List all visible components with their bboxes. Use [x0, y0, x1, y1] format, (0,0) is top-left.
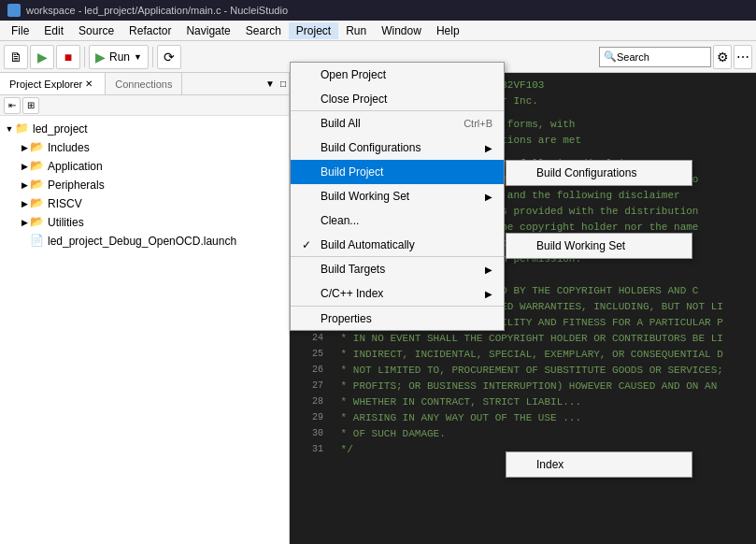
- search-input[interactable]: [617, 51, 701, 63]
- riscv-folder-icon: 📂: [30, 196, 45, 211]
- toolbar-extra1[interactable]: ⚙: [713, 45, 732, 69]
- tree-label-utilities: Utilities: [48, 216, 84, 229]
- menu-build-working-set[interactable]: Build Working Set ▶ Build Working Set: [291, 184, 504, 208]
- menu-file[interactable]: File: [4, 22, 36, 39]
- line-num-29: 29: [297, 412, 323, 422]
- tree-arrow-includes: ▶: [19, 142, 30, 153]
- tree-item-application[interactable]: ▶ 📂 Application: [0, 157, 289, 176]
- debug-button[interactable]: ▶: [30, 45, 54, 69]
- search-icon: 🔍: [604, 50, 617, 63]
- menu-build-configs[interactable]: Build Configurations ▶ Build Configurati…: [291, 136, 504, 160]
- menu-navigate[interactable]: Navigate: [178, 22, 237, 39]
- build-auto-label: Build Automatically: [321, 238, 415, 251]
- line-num-31: 31: [297, 444, 323, 454]
- code-text-25: * INDIRECT, INCIDENTAL, SPECIAL, EXEMPLA…: [335, 349, 723, 360]
- tree-item-includes[interactable]: ▶ 📂 Includes: [0, 138, 289, 157]
- tree-item-launch-file[interactable]: ▶ 📄 led_project_Debug_OpenOCD.launch: [0, 232, 289, 251]
- menu-build-targets[interactable]: Build Targets ▶: [291, 257, 504, 281]
- menu-open-project[interactable]: Open Project: [291, 63, 504, 87]
- includes-folder-icon: 📂: [30, 140, 45, 155]
- menu-search[interactable]: Search: [238, 22, 289, 39]
- menu-edit[interactable]: Edit: [36, 22, 71, 39]
- collapse-all-button[interactable]: ⇤: [4, 97, 21, 114]
- menu-project[interactable]: Project: [289, 22, 338, 39]
- submenu-build-configs[interactable]: Build Configurations: [506, 160, 692, 186]
- bws-label: Build Working Set: [536, 239, 625, 252]
- open-project-label: Open Project: [321, 68, 386, 81]
- connections-tab[interactable]: Connections: [106, 73, 182, 94]
- sep1: [84, 47, 85, 67]
- title-bar: workspace - led_project/Application/main…: [0, 0, 756, 21]
- menu-source[interactable]: Source: [71, 22, 121, 39]
- project-explorer-label: Project Explorer: [9, 79, 82, 90]
- build-project-label: Build Project: [321, 165, 383, 179]
- tree-label-application: Application: [48, 160, 103, 173]
- line-num-24: 24: [297, 333, 323, 343]
- code-text-29: * ARISING IN ANY WAY OUT OF THE USE ...: [335, 412, 581, 423]
- tree-item-peripherals[interactable]: ▶ 📂 Peripherals: [0, 176, 289, 194]
- link-editor-button[interactable]: ⊞: [22, 97, 39, 114]
- menu-run[interactable]: Run: [338, 22, 374, 39]
- tree-item-utilities[interactable]: ▶ 📂 Utilities: [0, 213, 289, 232]
- code-line-29: 29 * ARISING IN ANY WAY OUT OF THE USE .…: [290, 409, 756, 425]
- tree-item-riscv[interactable]: ▶ 📂 RISCV: [0, 194, 289, 213]
- build-targets-arrow: ▶: [485, 265, 492, 275]
- application-folder-icon: 📂: [30, 159, 45, 174]
- submenu-bws-item[interactable]: Build Working Set: [506, 234, 692, 258]
- tree-item-led-project[interactable]: ▼ 📁 led_project: [0, 120, 289, 138]
- line-num-30: 30: [297, 428, 323, 438]
- code-text-26: * NOT LIMITED TO, PROCUREMENT OF SUBSTIT…: [335, 365, 723, 376]
- menu-help[interactable]: Help: [429, 22, 467, 39]
- menu-bar: File Edit Source Refactor Navigate Searc…: [0, 21, 756, 41]
- project-explorer-tab[interactable]: Project Explorer ✕: [0, 73, 106, 94]
- run-dropdown-icon[interactable]: ▼: [134, 52, 142, 62]
- refresh-button[interactable]: ⟳: [157, 45, 181, 69]
- panel-toolbar: ⇤ ⊞: [0, 95, 289, 116]
- menu-build-all[interactable]: Build All Ctrl+B: [291, 111, 504, 136]
- search-box: 🔍: [599, 47, 711, 67]
- code-text-24: * IN NO EVENT SHALL THE COPYRIGHT HOLDER…: [335, 333, 723, 344]
- panel-maximize[interactable]: □: [278, 79, 289, 89]
- project-menu[interactable]: Open Project Close Project Build All Ctr…: [290, 62, 505, 331]
- menu-clean[interactable]: Clean...: [291, 208, 504, 233]
- line-num-25: 25: [297, 349, 323, 359]
- menu-close-project[interactable]: Close Project: [291, 87, 504, 111]
- submenu-cpp-index[interactable]: Index: [506, 451, 692, 478]
- line-num-27: 27: [297, 380, 323, 391]
- submenu-bc-item[interactable]: Build Configurations: [506, 161, 692, 185]
- tree-label-riscv: RISCV: [48, 197, 82, 210]
- tree-arrow-riscv: ▶: [19, 198, 30, 209]
- toolbar-extra2[interactable]: ⋯: [734, 45, 752, 69]
- build-configs-arrow: ▶: [485, 143, 492, 153]
- new-button[interactable]: 🗎: [4, 45, 28, 69]
- cpp-index-label: C/C++ Index: [321, 287, 383, 300]
- build-working-set-arrow: ▶: [485, 192, 492, 202]
- menu-window[interactable]: Window: [374, 22, 429, 39]
- tree-label-led-project: led_project: [33, 122, 88, 136]
- build-all-label: Build All: [321, 117, 361, 130]
- stop-button[interactable]: ■: [56, 45, 80, 69]
- code-text-28: * WHETHER IN CONTRACT, STRICT LIABIL...: [335, 396, 581, 408]
- menu-properties[interactable]: Properties: [291, 306, 504, 330]
- menu-cpp-index[interactable]: C/C++ Index ▶ Index: [291, 281, 504, 306]
- menu-build-auto[interactable]: ✓ Build Automatically: [291, 233, 504, 257]
- panel-minimize[interactable]: ▼: [263, 79, 278, 89]
- project-explorer-close[interactable]: ✕: [82, 79, 95, 89]
- code-line-28: 28 * WHETHER IN CONTRACT, STRICT LIABIL.…: [290, 394, 756, 409]
- code-text-30: * OF SUCH DAMAGE.: [335, 428, 446, 439]
- menu-refactor[interactable]: Refactor: [121, 22, 178, 39]
- submenu-build-working[interactable]: Build Working Set: [506, 233, 692, 259]
- app-icon: [7, 4, 21, 17]
- run-button[interactable]: ▶ Run ▼: [89, 45, 149, 69]
- build-all-shortcut: Ctrl+B: [464, 118, 492, 129]
- build-working-set-label: Build Working Set: [321, 190, 409, 203]
- cpp-index-arrow: ▶: [485, 289, 492, 299]
- tree-arrow-utilities: ▶: [19, 217, 30, 228]
- tree-arrow-application: ▶: [19, 161, 30, 172]
- menu-build-project[interactable]: Build Project: [291, 160, 504, 184]
- project-icon: 📁: [15, 122, 30, 136]
- code-line-24: 24 * IN NO EVENT SHALL THE COPYRIGHT HOL…: [290, 330, 756, 346]
- submenu-index-item[interactable]: Index: [506, 452, 692, 477]
- connections-label: Connections: [115, 79, 172, 90]
- run-play-icon: ▶: [95, 50, 106, 64]
